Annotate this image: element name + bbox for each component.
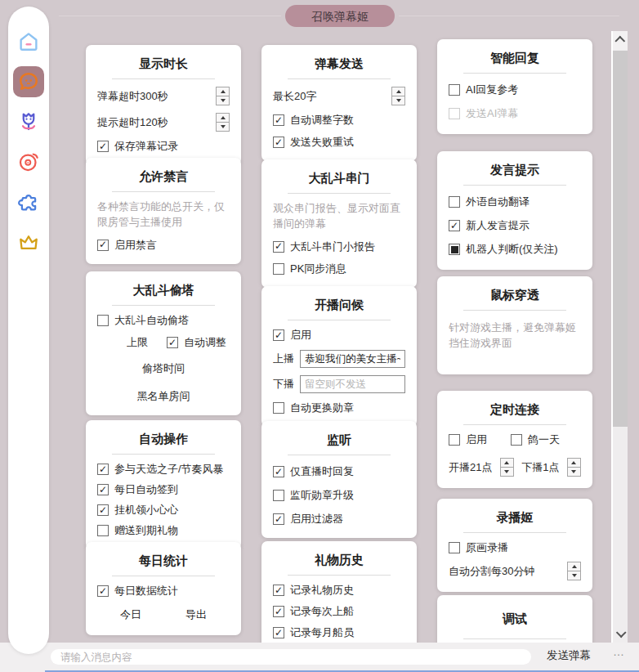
checkbox[interactable] — [97, 585, 109, 597]
checkbox-row-ai-reference[interactable]: AI回复参考 — [449, 83, 581, 97]
stepper-up-button[interactable] — [217, 114, 229, 122]
sidebar-item-home[interactable] — [13, 26, 44, 57]
checkbox-row-auto-adjust[interactable]: 自动调整 — [167, 335, 226, 350]
checkbox[interactable] — [97, 504, 109, 516]
checkbox-row-skip-day[interactable]: 鸽一天 — [511, 432, 560, 447]
checkbox-row-record-gifts[interactable]: 记录礼物历史 — [273, 583, 405, 598]
checkbox-row-daily-signin[interactable]: 每日自动签到 — [97, 482, 230, 497]
checkbox[interactable] — [273, 627, 284, 638]
checkbox-row-record-guard[interactable]: 记录每次上船 — [273, 604, 405, 619]
checkbox[interactable] — [273, 513, 284, 525]
checkbox[interactable] — [97, 464, 109, 475]
vertical-scrollbar[interactable] — [611, 31, 628, 643]
checkbox[interactable] — [273, 241, 284, 253]
checkbox-row-lottery[interactable]: 参与天选之子/节奏风暴 — [97, 462, 230, 477]
checkbox-row-visit-report[interactable]: 大乱斗串门小报告 — [273, 240, 405, 254]
number-stepper[interactable] — [567, 562, 581, 580]
number-stepper[interactable] — [391, 87, 405, 105]
stepper-up-button[interactable] — [392, 87, 404, 96]
scroll-up-button[interactable] — [613, 31, 628, 50]
stepper-down-button[interactable] — [392, 96, 404, 105]
checkbox[interactable] — [449, 542, 460, 553]
card-smart-reply: 智能回复 AI回复参考 发送AI弹幕 — [437, 39, 592, 134]
stepper-down-button[interactable] — [501, 467, 513, 476]
number-stepper[interactable] — [216, 87, 230, 105]
today-button[interactable]: 今日 — [120, 607, 141, 622]
number-stepper[interactable] — [567, 458, 581, 477]
checkbox-row-enable-filter[interactable]: 启用过滤器 — [273, 512, 405, 526]
send-danmaku-button[interactable]: 发送弹幕 — [542, 647, 596, 664]
checkbox-row-save-history[interactable]: 保存弹幕记录 — [97, 139, 230, 154]
checkbox-row-medal-upgrade[interactable]: 监听勋章升级 — [273, 488, 405, 503]
export-button[interactable]: 导出 — [185, 607, 207, 622]
checkbox-label: 自动调整 — [184, 335, 226, 350]
checkbox-row-idle-hearts[interactable]: 挂机领小心心 — [97, 503, 230, 517]
puzzle-icon — [16, 190, 41, 214]
sidebar-item-flower[interactable] — [13, 106, 44, 137]
checkbox[interactable] — [273, 137, 284, 148]
checkbox[interactable] — [167, 337, 178, 348]
checkbox-row-auto-adjust-length[interactable]: 自动调整字数 — [273, 113, 405, 128]
spin-label: 最长20字 — [273, 89, 316, 104]
more-options-button[interactable]: … — [608, 644, 630, 659]
sidebar-item-plugins[interactable] — [13, 186, 44, 217]
checkbox[interactable] — [449, 84, 460, 96]
checkbox-row-pk-sync[interactable]: PK同步消息 — [273, 262, 405, 276]
checkbox[interactable] — [97, 240, 109, 251]
offline-greeting-input[interactable] — [300, 375, 405, 393]
checkbox[interactable] — [97, 315, 109, 326]
checkbox[interactable] — [97, 141, 109, 152]
checkbox[interactable] — [449, 196, 460, 208]
checkbox-row-bot-detect[interactable]: 机器人判断(仅关注) — [449, 242, 581, 257]
stepper-up-button[interactable] — [217, 87, 229, 96]
stepper-down-button[interactable] — [217, 96, 229, 105]
checkbox[interactable] — [273, 263, 284, 275]
checkbox-label: 仅直播时回复 — [290, 464, 354, 479]
number-stepper[interactable] — [500, 458, 514, 477]
sidebar-item-vip[interactable] — [13, 226, 44, 258]
checkbox-row-record-crew[interactable]: 记录每月船员 — [273, 625, 405, 640]
checkbox[interactable] — [273, 606, 284, 617]
scroll-down-button[interactable] — [613, 625, 628, 641]
summon-danmaku-button[interactable]: 召唤弹幕姬 — [285, 5, 395, 27]
scrollbar-thumb[interactable] — [613, 51, 628, 427]
sidebar-item-danmaku-settings[interactable] — [13, 66, 44, 97]
checkbox[interactable] — [273, 329, 284, 341]
stepper-up-button[interactable] — [568, 459, 580, 467]
stepper-up-button[interactable] — [568, 562, 580, 571]
checkbox[interactable] — [97, 525, 109, 536]
stepper-down-button[interactable] — [568, 467, 580, 476]
checkbox[interactable] — [449, 220, 460, 231]
stepper-down-button[interactable] — [568, 571, 580, 580]
message-input[interactable] — [51, 649, 531, 665]
checkbox-row-auto-translate[interactable]: 外语自动翻译 — [449, 195, 581, 209]
checkbox-row-daily-stats[interactable]: 每日数据统计 — [97, 584, 230, 598]
checkbox[interactable] — [273, 402, 284, 414]
checkbox-row-auto-medal[interactable]: 自动更换勋章 — [273, 401, 405, 415]
checkbox[interactable] — [273, 114, 284, 126]
checkbox-row-retry-on-fail[interactable]: 发送失败重试 — [273, 135, 405, 150]
checkbox[interactable] — [449, 244, 460, 255]
checkbox-row-reply-live-only[interactable]: 仅直播时回复 — [273, 464, 405, 479]
card-title: 鼠标穿透 — [449, 288, 581, 303]
checkbox[interactable] — [273, 466, 284, 477]
checkbox-row-enable-greeting[interactable]: 启用 — [273, 328, 405, 343]
stepper-down-button[interactable] — [217, 122, 229, 131]
checkbox[interactable] — [449, 434, 460, 446]
stepper-up-button[interactable] — [501, 459, 513, 467]
checkbox-row-auto-steal[interactable]: 大乱斗自动偷塔 — [97, 313, 230, 328]
checkbox-row-enable-ban[interactable]: 启用禁言 — [97, 238, 230, 253]
online-greeting-input[interactable] — [300, 350, 405, 368]
checkbox-label: 新人发言提示 — [466, 218, 530, 233]
number-stepper[interactable] — [216, 113, 230, 132]
checkbox[interactable] — [97, 484, 109, 495]
checkbox-row-enable-timer[interactable]: 启用 — [449, 432, 487, 447]
checkbox[interactable] — [511, 434, 522, 446]
sidebar-item-music-record[interactable] — [13, 146, 44, 177]
checkbox-row-original-quality[interactable]: 原画录播 — [449, 540, 581, 555]
checkbox-label: 监听勋章升级 — [290, 488, 354, 503]
checkbox[interactable] — [273, 490, 284, 501]
checkbox[interactable] — [273, 585, 284, 596]
checkbox-row-newcomer-hint[interactable]: 新人发言提示 — [449, 218, 581, 233]
checkbox-row-gift-expiring[interactable]: 赠送到期礼物 — [97, 523, 230, 538]
